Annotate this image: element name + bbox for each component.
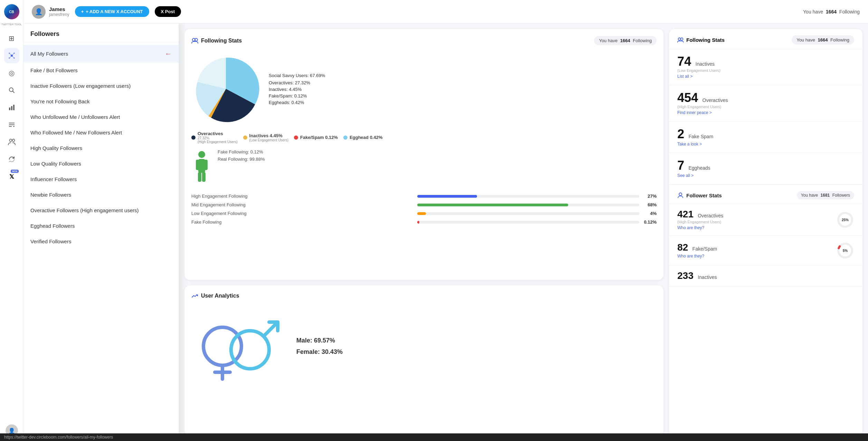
fake-spam-donut-chart: 5% <box>836 242 854 260</box>
svg-point-22 <box>198 151 205 158</box>
dropdown-item-new-followers[interactable]: Who Followed Me / New Followers Alert <box>23 125 179 140</box>
x-post-button[interactable]: X Post <box>155 6 181 17</box>
eggheads-label: Eggheads: 0.42% <box>269 100 657 105</box>
overactives-label: Overactives: 27.32% <box>269 80 657 85</box>
inactives-label: Inactives: 4.45% <box>269 87 657 92</box>
svg-rect-27 <box>202 172 206 182</box>
gender-visual: Male: 69.57% Female: 30.43% <box>191 305 657 388</box>
svg-line-38 <box>264 322 278 336</box>
follower-stats-header: Follower Stats You have 1681 Followers <box>669 185 862 204</box>
follower-fake-spam-link[interactable]: Who are they? <box>677 254 831 259</box>
dropdown-item-not-following-back[interactable]: You're not Following Back <box>23 94 179 109</box>
nav-grid[interactable]: ⊞ <box>4 31 19 46</box>
human-figure <box>191 149 212 185</box>
stat-block-fake-spam: 2 Fake Spam Take a look > <box>669 122 862 153</box>
real-following-stat: Real Following: 99.88% <box>218 157 657 162</box>
dashboard-area: Following Stats You have 1664 Following <box>179 24 868 441</box>
chart-legend: Overactives 27.32% (High Engagement User… <box>191 131 657 144</box>
progress-bar-mid <box>417 204 640 206</box>
main-area: 👤 James jamesfreny + + ADD A NEW X ACCOU… <box>23 0 868 441</box>
progress-bars-panel: High Engagement Following 27% Mid Engage… <box>191 189 657 232</box>
profile-info: James jamesfreny <box>49 6 69 17</box>
follower-overactives-link[interactable]: Who are they? <box>677 225 831 230</box>
svg-line-10 <box>12 91 14 93</box>
legend-inactives: Inactives 4.45% (Low Engagement Users) <box>243 131 288 144</box>
following-stats-right-title: Following Stats <box>677 37 725 43</box>
dropdown-item-unfollowed[interactable]: Who Unfollowed Me / Unfollowers Alert <box>23 109 179 125</box>
progress-bar-fake <box>417 221 640 224</box>
dropdown-title: Followers <box>23 30 179 42</box>
tool-label: TWITTER TOOL <box>1 23 22 26</box>
nav-x[interactable]: 𝕏 NEW <box>4 169 19 184</box>
male-label: Male: 69.57% <box>296 337 343 344</box>
progress-low-engagement: Low Engagement Following 4% <box>191 211 657 216</box>
stat-block-overactives: 454 Overactives (High Engagement Users) … <box>669 85 862 122</box>
user-analytics-title: User Analytics <box>201 293 239 299</box>
svg-line-5 <box>9 53 12 56</box>
human-stats-row: Fake Following: 0.12% Real Following: 99… <box>191 149 657 185</box>
following-stats-details: Fake Following: 0.12% Real Following: 99… <box>218 149 657 162</box>
follower-stat-overactives: 421 Overactives (High Engagement Users) … <box>669 204 862 236</box>
nav-filter[interactable] <box>4 117 19 132</box>
fake-spam-label: Fake/Spam: 0.12% <box>269 93 657 98</box>
follower-overactives-info: 421 Overactives (High Engagement Users) … <box>677 209 831 230</box>
user-analytics-header: User Analytics <box>191 292 657 299</box>
following-stats-header: Following Stats You have 1664 Following <box>191 36 657 45</box>
female-label: Female: 30.43% <box>296 348 343 356</box>
inactives-dot <box>243 135 247 140</box>
social-savvy-label: Social Savvy Users: 67.69% <box>269 73 657 78</box>
dropdown-item-egghead[interactable]: Egghead Followers <box>23 218 179 234</box>
nav-people[interactable] <box>4 134 19 150</box>
add-account-button[interactable]: + + ADD A NEW X ACCOUNT <box>75 6 149 17</box>
following-count-header: You have 1664 Following <box>803 9 860 15</box>
following-stats-icon <box>191 37 198 44</box>
follower-stat-inactives: 233 Inactives <box>669 265 862 287</box>
nav-refresh[interactable] <box>4 152 19 167</box>
svg-rect-11 <box>9 107 10 110</box>
dropdown-item-overactive[interactable]: Overactive Followers (High engagement us… <box>23 203 179 218</box>
progress-high-engagement: High Engagement Following 27% <box>191 194 657 199</box>
svg-rect-26 <box>198 172 201 182</box>
url-bar: https://twitter-dev.circleboom.com/follo… <box>0 433 868 441</box>
add-icon: + <box>81 9 84 14</box>
dropdown-item-inactive[interactable]: Inactive Followers (Low engagement users… <box>23 78 179 94</box>
dropdown-item-all-my-followers[interactable]: All My Followers ← <box>23 45 179 63</box>
follower-fake-spam-info: 82 Fake/Spam Who are they? <box>677 243 831 259</box>
app-logo: CB <box>4 4 19 19</box>
svg-point-29 <box>681 38 683 40</box>
dropdown-item-low-quality[interactable]: Low Quality Followers <box>23 156 179 171</box>
legend-egghead: Egghead 0.42% <box>343 131 382 144</box>
dropdown-item-verified[interactable]: Verified Followers <box>23 234 179 249</box>
following-stats-right-header: Following Stats You have 1664 Following <box>669 29 862 49</box>
nav-search[interactable] <box>4 83 19 98</box>
legend-fake-spam: Fake/Spam 0.12% <box>294 131 338 144</box>
fake-spam-look-link[interactable]: Take a look > <box>677 142 854 147</box>
progress-bar-high <box>417 195 640 198</box>
eggheads-see-link[interactable]: See all > <box>677 173 854 178</box>
stat-block-inactives: 74 Inactives (Low Engagement Users) List… <box>669 49 862 85</box>
svg-point-18 <box>9 139 12 142</box>
svg-line-8 <box>12 56 14 58</box>
egghead-dot <box>343 135 347 140</box>
svg-point-28 <box>678 38 681 40</box>
followers-dropdown-menu: Followers All My Followers ← Fake / Bot … <box>23 24 179 441</box>
following-count-badge: You have 1664 Following <box>594 36 657 45</box>
gender-labels: Male: 69.57% Female: 30.43% <box>296 337 343 356</box>
nav-bar-chart[interactable] <box>4 100 19 115</box>
dropdown-item-influencer[interactable]: Influencer Followers <box>23 171 179 187</box>
overactives-pct: 25% <box>842 218 849 222</box>
follower-stats-title: Follower Stats <box>677 192 722 198</box>
user-analytics-icon <box>191 292 198 299</box>
following-stats-panel: Following Stats You have 1664 Following <box>184 29 664 280</box>
nav-nodes[interactable] <box>4 48 19 63</box>
chart-right-section: Social Savvy Users: 67.69% Overactives: … <box>269 73 657 105</box>
overactives-peace-link[interactable]: Find inner peace > <box>677 110 854 115</box>
following-count-right-badge: You have 1664 Following <box>792 35 854 45</box>
nav-target[interactable]: ◎ <box>4 65 19 81</box>
dropdown-item-newbie[interactable]: Newbie Followers <box>23 187 179 203</box>
follower-stats-icon <box>677 192 684 198</box>
inactives-list-link[interactable]: List all > <box>677 74 854 79</box>
follower-inactives-info: 233 Inactives <box>677 271 854 281</box>
dropdown-item-fake-bot[interactable]: Fake / Bot Followers <box>23 63 179 78</box>
dropdown-item-high-quality[interactable]: High Quality Followers <box>23 140 179 156</box>
